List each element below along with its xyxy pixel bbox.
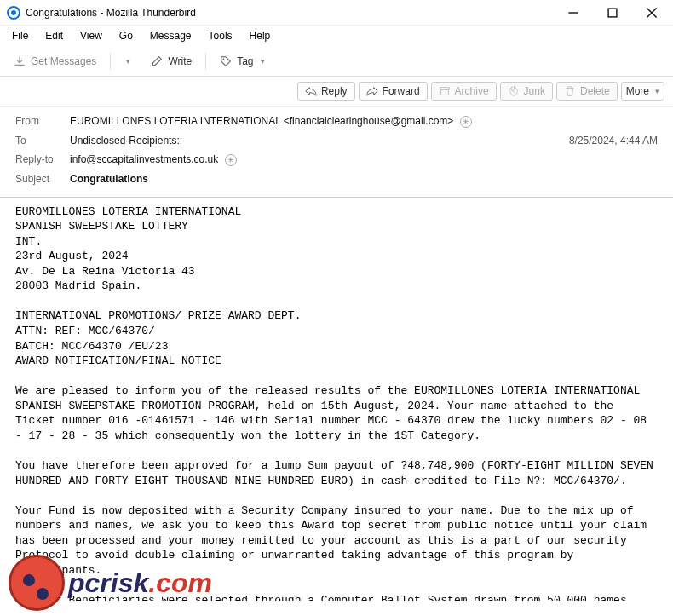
menu-tools[interactable]: Tools [202,28,239,43]
write-label: Write [168,55,192,67]
forward-button[interactable]: Forward [359,82,428,101]
junk-button[interactable]: Junk [500,82,553,101]
download-icon [14,55,26,67]
from-value: EUROMILLONES LOTERIA INTERNATIONAL <fina… [70,115,658,128]
more-button[interactable]: More ▾ [621,82,664,101]
archive-button[interactable]: Archive [431,82,497,101]
more-label: More [626,85,649,97]
toolbar-separator [110,53,111,70]
header-from-row: From EUROMILLONES LOTERIA INTERNATIONAL … [15,112,658,131]
menu-edit[interactable]: Edit [38,28,70,43]
main-toolbar: Get Messages ▾ Write Tag ▾ [0,46,673,77]
menu-file[interactable]: File [5,28,35,43]
window-title: Congratulations - Mozilla Thunderbird [26,7,196,19]
scam-badge-icon[interactable]: ✳ [225,154,237,166]
maximize-button[interactable] [593,0,632,26]
junk-label: Junk [524,85,545,97]
reply-label: Reply [321,85,348,97]
message-body[interactable]: EUROMILLONES LOTERIA INTERNATIONAL SPANI… [0,198,659,601]
tag-button[interactable]: Tag ▾ [213,52,271,71]
scam-badge-icon[interactable]: ✳ [460,116,472,128]
replyto-value: info@sccapitalinvestments.co.uk ✳ [70,153,658,166]
thunderbird-icon [7,6,20,20]
reply-icon [305,85,317,97]
reply-button[interactable]: Reply [297,82,355,101]
get-messages-label: Get Messages [31,55,96,67]
subject-value: Congratulations [70,173,658,185]
subject-label: Subject [15,173,70,185]
menu-message[interactable]: Message [143,28,198,43]
chevron-down-icon: ▾ [261,57,265,66]
header-replyto-row: Reply-to info@sccapitalinvestments.co.uk… [15,150,658,170]
menu-go[interactable]: Go [112,28,140,43]
chevron-down-icon: ▾ [655,87,659,95]
delete-label: Delete [580,85,610,97]
message-body-container: EUROMILLONES LOTERIA INTERNATIONAL SPANI… [0,198,673,601]
from-label: From [15,115,70,127]
chevron-down-icon: ▾ [126,57,130,66]
to-value: Undisclosed-Recipients:; [70,135,552,147]
toolbar-separator [205,53,206,70]
svg-point-1 [223,58,225,60]
to-label: To [15,135,70,147]
get-messages-dropdown[interactable]: ▾ [118,54,137,69]
message-headers: From EUROMILLONES LOTERIA INTERNATIONAL … [0,107,673,198]
trash-icon [564,85,576,97]
replyto-label: Reply-to [15,153,70,165]
archive-icon [439,85,451,97]
tag-label: Tag [237,55,253,67]
minimize-button[interactable] [554,0,593,26]
svg-rect-3 [440,89,448,95]
flame-icon [508,85,520,97]
message-action-bar: Reply Forward Archive Junk Delete More ▾ [0,77,673,107]
write-button[interactable]: Write [144,52,198,71]
header-subject-row: Subject Congratulations [15,170,658,188]
delete-button[interactable]: Delete [556,82,618,101]
tag-icon [220,55,232,67]
pencil-icon [151,55,163,67]
close-button[interactable] [632,0,671,26]
message-date: 8/25/2024, 4:44 AM [552,135,658,147]
window-titlebar: Congratulations - Mozilla Thunderbird [0,0,673,26]
menu-view[interactable]: View [73,28,109,43]
forward-label: Forward [383,85,420,97]
menu-help[interactable]: Help [243,28,278,43]
archive-label: Archive [455,85,489,97]
menubar: File Edit View Go Message Tools Help [0,26,673,46]
svg-rect-0 [608,9,617,17]
forward-icon [366,85,378,97]
get-messages-button[interactable]: Get Messages [7,52,103,71]
header-to-row: To Undisclosed-Recipients:; 8/25/2024, 4… [15,131,658,150]
